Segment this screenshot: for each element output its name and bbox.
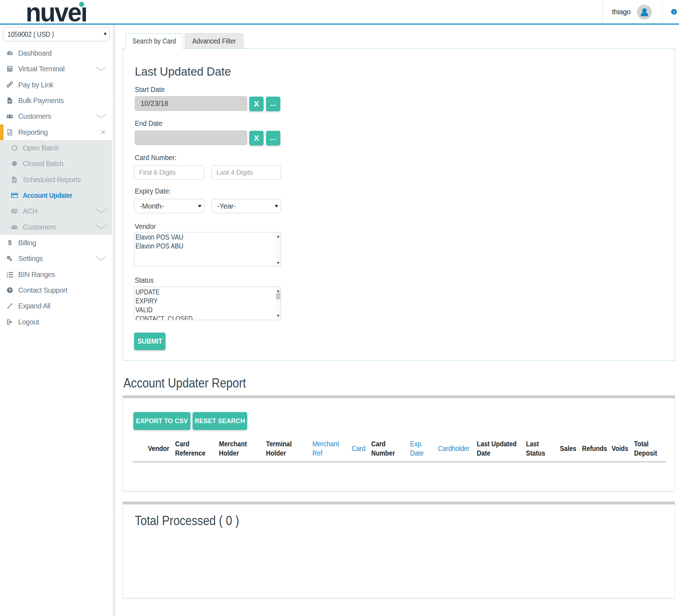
svg-text:$: $ <box>8 239 11 246</box>
svg-text:?: ? <box>9 288 11 293</box>
svg-text:3: 3 <box>6 276 8 278</box>
